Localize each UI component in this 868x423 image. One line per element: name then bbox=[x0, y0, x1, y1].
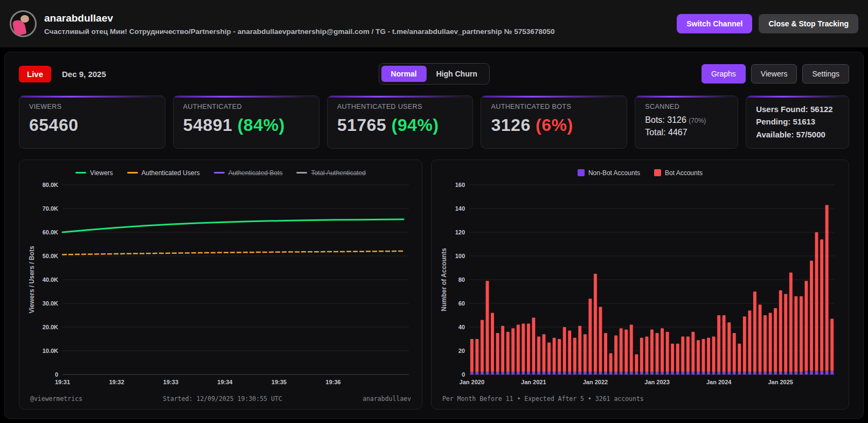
users-found-line: Users Found: 56122 bbox=[756, 103, 839, 115]
stat-percent: (6%) bbox=[536, 115, 573, 135]
accounts-bar-chart-panel: Non-Bot AccountsBot Accounts 02040608010… bbox=[431, 160, 849, 410]
stat-label: VIEWERS bbox=[29, 103, 155, 110]
bar-chart-footer-text: Per Month Before 11 • Expected After 5 •… bbox=[442, 395, 644, 403]
svg-text:Jan 2025: Jan 2025 bbox=[768, 379, 793, 385]
svg-text:0: 0 bbox=[55, 371, 58, 378]
stat-value: 3126 (6%) bbox=[491, 115, 617, 135]
svg-text:Jan 2022: Jan 2022 bbox=[583, 379, 608, 385]
svg-text:19:34: 19:34 bbox=[217, 379, 233, 385]
date-label: Dec 9, 2025 bbox=[62, 70, 106, 79]
legend-item-non-bot-accounts[interactable]: Non-Bot Accounts bbox=[578, 169, 640, 177]
channel-avatar[interactable] bbox=[10, 10, 37, 37]
svg-text:20.0K: 20.0K bbox=[43, 324, 58, 330]
top-bar: anarabdullaev Счастливый отец Мии! Сотру… bbox=[0, 0, 868, 47]
bar-chart-legend: Non-Bot AccountsBot Accounts bbox=[439, 168, 841, 178]
stat-value: 51765 (94%) bbox=[337, 115, 463, 135]
started-timestamp: Started: 12/09/2025 19:30:55 UTC bbox=[163, 395, 282, 403]
svg-text:120: 120 bbox=[455, 229, 465, 235]
stat-value: 54891 (84%) bbox=[183, 115, 309, 135]
stat-label: AUTHENTICATED bbox=[183, 103, 309, 110]
stat-value: 65460 bbox=[29, 115, 155, 135]
scanned-bots-line: Bots: 3126 (70%) bbox=[645, 115, 728, 125]
stat-card-viewers: VIEWERS 65460 bbox=[19, 95, 165, 149]
controls-row: Live Dec 9, 2025 Normal High Churn Graph… bbox=[19, 64, 849, 84]
legend-label: Total Authenticated bbox=[311, 169, 365, 177]
main-panel: Live Dec 9, 2025 Normal High Churn Graph… bbox=[4, 52, 864, 419]
churn-mode-toggle: Normal High Churn bbox=[378, 63, 489, 85]
stat-card-authenticated-bots: AUTHENTICATED BOTS 3126 (6%) bbox=[481, 95, 627, 149]
stat-label: AUTHENTICATED BOTS bbox=[491, 103, 617, 110]
stat-percent: (84%) bbox=[238, 115, 285, 135]
svg-text:10.0K: 10.0K bbox=[43, 348, 58, 354]
tab-settings[interactable]: Settings bbox=[802, 64, 849, 84]
pending-line: Pending: 51613 bbox=[756, 115, 839, 128]
legend-swatch bbox=[296, 172, 307, 174]
svg-text:19:32: 19:32 bbox=[109, 379, 124, 385]
scanned-total-line: Total: 4467 bbox=[645, 128, 728, 137]
legend-label: Authenticated Bots bbox=[228, 169, 283, 177]
mode-normal-button[interactable]: Normal bbox=[381, 66, 426, 82]
legend-label: Bot Accounts bbox=[665, 169, 703, 177]
viewers-line-chart: 010.0K20.0K30.0K40.0K50.0K60.0K70.0K80.0… bbox=[27, 181, 414, 391]
scanned-bots-percent: (70%) bbox=[689, 117, 706, 124]
legend-item-viewers[interactable]: Viewers bbox=[75, 169, 113, 177]
available-line: Available: 57/5000 bbox=[756, 128, 839, 141]
svg-text:19:33: 19:33 bbox=[163, 379, 178, 385]
legend-swatch bbox=[75, 172, 86, 174]
svg-text:80: 80 bbox=[459, 276, 465, 283]
live-badge: Live bbox=[19, 66, 51, 82]
page-title: anarabdullaev bbox=[44, 12, 554, 24]
legend-swatch bbox=[214, 172, 225, 174]
svg-text:Jan 2021: Jan 2021 bbox=[521, 379, 546, 385]
svg-text:20: 20 bbox=[459, 348, 465, 354]
legend-label: Non-Bot Accounts bbox=[588, 169, 640, 177]
legend-swatch bbox=[654, 169, 661, 176]
stat-label: AUTHENTICATED USERS bbox=[337, 103, 463, 110]
legend-label: Viewers bbox=[90, 169, 113, 177]
tab-graphs[interactable]: Graphs bbox=[702, 64, 746, 84]
svg-text:60.0K: 60.0K bbox=[43, 229, 58, 235]
channel-name-footer: anarabdullaev bbox=[363, 395, 411, 403]
mode-high-churn-button[interactable]: High Churn bbox=[427, 66, 487, 82]
svg-text:0: 0 bbox=[462, 371, 465, 378]
svg-text:Jan 2020: Jan 2020 bbox=[459, 379, 484, 385]
stat-card-capacity: Users Found: 56122 Pending: 51613 Availa… bbox=[746, 95, 849, 149]
watermark: @viewermetrics bbox=[30, 395, 82, 403]
viewers-line-chart-panel: ViewersAuthenticated UsersAuthenticated … bbox=[19, 160, 422, 410]
legend-item-authenticated-bots[interactable]: Authenticated Bots bbox=[214, 169, 283, 177]
charts-row: ViewersAuthenticated UsersAuthenticated … bbox=[19, 160, 849, 410]
topbar-actions: Switch Channel Close & Stop Tracking bbox=[677, 14, 858, 33]
svg-text:50.0K: 50.0K bbox=[43, 253, 58, 259]
channel-description: Счастливый отец Мии! Сотрудничество/Part… bbox=[44, 27, 554, 36]
close-stop-tracking-button[interactable]: Close & Stop Tracking bbox=[759, 14, 858, 33]
svg-text:60: 60 bbox=[459, 300, 465, 307]
svg-text:140: 140 bbox=[455, 205, 465, 212]
legend-item-authenticated-users[interactable]: Authenticated Users bbox=[127, 169, 200, 177]
channel-identity: anarabdullaev Счастливый отец Мии! Сотру… bbox=[44, 12, 554, 36]
svg-text:19:31: 19:31 bbox=[55, 379, 70, 385]
legend-item-total-authenticated[interactable]: Total Authenticated bbox=[296, 169, 365, 177]
tab-viewers[interactable]: Viewers bbox=[751, 64, 797, 84]
legend-swatch bbox=[127, 172, 138, 174]
svg-text:70.0K: 70.0K bbox=[43, 205, 58, 212]
svg-text:Number of Accounts: Number of Accounts bbox=[440, 248, 448, 311]
stat-card-scanned: SCANNED Bots: 3126 (70%) Total: 4467 bbox=[635, 95, 738, 149]
svg-text:40.0K: 40.0K bbox=[43, 276, 58, 283]
svg-text:19:36: 19:36 bbox=[325, 379, 341, 385]
svg-text:Jan 2023: Jan 2023 bbox=[644, 379, 669, 385]
legend-item-bot-accounts[interactable]: Bot Accounts bbox=[654, 169, 703, 177]
switch-channel-button[interactable]: Switch Channel bbox=[677, 14, 752, 33]
stat-label: SCANNED bbox=[645, 103, 728, 110]
svg-text:80.0K: 80.0K bbox=[43, 182, 58, 188]
stats-row: VIEWERS 65460 AUTHENTICATED 54891 (84%) … bbox=[19, 95, 849, 149]
svg-text:160: 160 bbox=[455, 182, 465, 188]
accounts-bar-chart: 020406080100120140160Number of AccountsJ… bbox=[439, 181, 841, 391]
line-chart-legend: ViewersAuthenticated UsersAuthenticated … bbox=[27, 168, 414, 178]
svg-text:19:35: 19:35 bbox=[272, 379, 287, 385]
stat-card-authenticated-users: AUTHENTICATED USERS 51765 (94%) bbox=[327, 95, 474, 149]
svg-text:30.0K: 30.0K bbox=[43, 300, 58, 307]
line-chart-footer: @viewermetrics Started: 12/09/2025 19:30… bbox=[27, 391, 414, 405]
svg-text:100: 100 bbox=[455, 253, 465, 259]
svg-text:Jan 2024: Jan 2024 bbox=[706, 379, 732, 385]
stat-card-authenticated: AUTHENTICATED 54891 (84%) bbox=[173, 95, 320, 149]
